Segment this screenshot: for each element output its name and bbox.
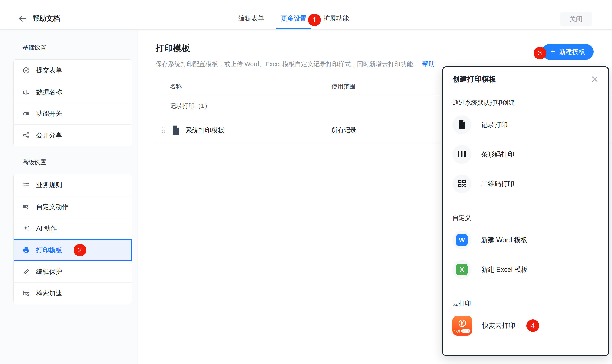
step-badge-2: 2: [73, 244, 86, 256]
sidebar-item-label: 数据名称: [36, 88, 62, 97]
modal-item-excel-template[interactable]: X 新建 Excel 模板: [452, 255, 599, 284]
sidebar-section-basic: 基础设置: [22, 43, 138, 52]
sidebar-item-feature-toggle[interactable]: 功能开关: [14, 103, 132, 124]
qrcode-icon: [457, 179, 467, 189]
arrow-left-icon: [18, 14, 27, 23]
check-circle-icon: [23, 67, 30, 74]
active-tab-underline: [276, 28, 311, 29]
modal-header: 创建打印模板: [452, 74, 599, 85]
modal-item-label: 条形码打印: [481, 150, 515, 159]
tab-label: 编辑表单: [238, 14, 264, 23]
sidebar-section-advanced: 高级设置: [22, 158, 138, 166]
new-template-button-label: 新建模板: [559, 48, 585, 56]
modal-section-system-default: 通过系统默认打印创建: [452, 99, 599, 107]
sidebar-item-label: 检索加速: [36, 289, 62, 298]
rename-icon: [23, 89, 30, 96]
modal-item-label: 新建 Word 模板: [481, 235, 527, 245]
modal-section-cloud-print: 云打印: [452, 299, 599, 308]
tab-label: 扩展功能: [323, 14, 349, 23]
tab-bar: 编辑表单 更多设置 1 扩展功能: [238, 8, 349, 29]
drag-handle-icon[interactable]: [161, 127, 166, 133]
sidebar-item-label: 自定义动作: [36, 203, 69, 211]
create-template-modal: 创建打印模板 通过系统默认打印创建 记录打印 条形码打印: [442, 66, 609, 356]
app-window: 帮助文档 编辑表单 更多设置 1 扩展功能 关闭 基础设置 提交表: [0, 0, 612, 364]
sidebar-item-label: 功能开关: [36, 109, 62, 118]
pencil-icon: [23, 268, 30, 275]
modal-item-label: 二维码打印: [481, 180, 515, 188]
modal-title: 创建打印模板: [452, 74, 496, 84]
sidebar-item-ai-action[interactable]: AI 动作: [14, 218, 132, 239]
close-icon[interactable]: [591, 75, 599, 83]
sparkles-icon: [23, 225, 30, 232]
step-badge-1: 1: [308, 14, 321, 26]
kuaimai-icon-text: 快麦: [454, 329, 460, 333]
cursor-click-icon: [23, 203, 30, 210]
word-icon: W: [456, 234, 468, 246]
excel-icon-circle: X: [452, 260, 471, 279]
sidebar-item-label: 公开分享: [36, 131, 62, 140]
barcode-icon: [457, 149, 467, 160]
tab-label: 更多设置: [281, 14, 307, 23]
document-icon: [172, 125, 180, 135]
modal-item-label: 快麦云打印: [482, 321, 515, 330]
back-button[interactable]: 帮助文档: [18, 14, 60, 23]
kuaimai-icon-caption: 快麦 云打印: [454, 329, 471, 333]
sidebar-item-business-rules[interactable]: 业务规则: [14, 174, 132, 196]
toggle-icon: [23, 110, 30, 117]
sidebar-item-print-template[interactable]: 打印模板 2: [14, 239, 132, 261]
sidebar-item-submit-form[interactable]: 提交表单: [14, 60, 132, 81]
share-icon: [23, 132, 30, 139]
barcode-icon-circle: [452, 145, 471, 164]
modal-item-label: 记录打印: [481, 120, 508, 129]
topbar: 帮助文档 编辑表单 更多设置 1 扩展功能 关闭: [0, 0, 612, 29]
close-button[interactable]: 关闭: [560, 12, 592, 26]
new-template-button[interactable]: + 新建模板: [542, 44, 594, 60]
plus-icon: +: [550, 47, 555, 56]
tab-more-settings[interactable]: 更多设置 1: [281, 8, 307, 29]
column-header-scope: 使用范围: [332, 82, 356, 91]
excel-icon: X: [456, 264, 468, 275]
template-name: 系统打印模板: [186, 126, 224, 135]
sidebar-item-label: 编辑保护: [36, 267, 62, 276]
kuaimai-logo-icon: 快麦 云打印: [452, 316, 472, 336]
modal-item-label: 新建 Excel 模板: [481, 265, 528, 274]
tab-extensions[interactable]: 扩展功能: [323, 8, 349, 29]
printer-icon: [23, 247, 30, 254]
index-search-icon: [23, 290, 30, 297]
sidebar-item-label: AI 动作: [36, 224, 57, 233]
modal-item-record-print[interactable]: 记录打印: [452, 110, 599, 140]
sidebar-item-search-acceleration[interactable]: 检索加速: [14, 282, 132, 304]
kuaimai-icon-pill: 云打印: [461, 329, 471, 333]
sidebar-card-basic: 提交表单 数据名称 功能开关 公开分享: [13, 59, 132, 146]
sidebar-item-label: 提交表单: [36, 66, 62, 75]
modal-item-word-template[interactable]: W 新建 Word 模板: [452, 225, 599, 255]
tab-edit-form[interactable]: 编辑表单: [238, 8, 264, 29]
step-badge-3: 3: [533, 47, 546, 59]
sidebar-item-data-name[interactable]: 数据名称: [14, 81, 132, 103]
help-link[interactable]: 帮助: [422, 61, 435, 67]
sidebar-card-advanced: 业务规则 自定义动作 AI 动作 打印模板 2: [13, 174, 132, 304]
list-icon: [23, 182, 30, 189]
template-scope: 所有记录: [332, 126, 356, 134]
modal-item-qrcode-print[interactable]: 二维码打印: [452, 169, 599, 199]
record-print-icon-circle: [452, 116, 471, 134]
page-title: 帮助文档: [33, 14, 60, 23]
description-text: 保存系统打印配置模板，或上传 Word、Excel 模板自定义记录打印样式，同时…: [156, 61, 419, 67]
qrcode-icon-circle: [452, 174, 471, 193]
column-header-name: 名称: [156, 82, 182, 91]
sidebar: 基础设置 提交表单 数据名称 功能开关: [0, 30, 138, 364]
step-badge-4: 4: [527, 319, 539, 332]
modal-item-barcode-print[interactable]: 条形码打印: [452, 140, 599, 169]
sidebar-item-custom-action[interactable]: 自定义动作: [14, 196, 132, 218]
sidebar-item-edit-protection[interactable]: 编辑保护: [14, 261, 132, 282]
sidebar-item-public-share[interactable]: 公开分享: [14, 124, 132, 146]
document-icon: [458, 119, 466, 130]
sidebar-item-label: 业务规则: [36, 181, 62, 190]
modal-item-kuaimai-cloud-print[interactable]: 快麦 云打印 快麦云打印 4: [452, 311, 599, 340]
word-icon-circle: W: [452, 231, 471, 249]
modal-section-custom: 自定义: [452, 214, 599, 222]
sidebar-item-label: 打印模板: [36, 246, 62, 255]
